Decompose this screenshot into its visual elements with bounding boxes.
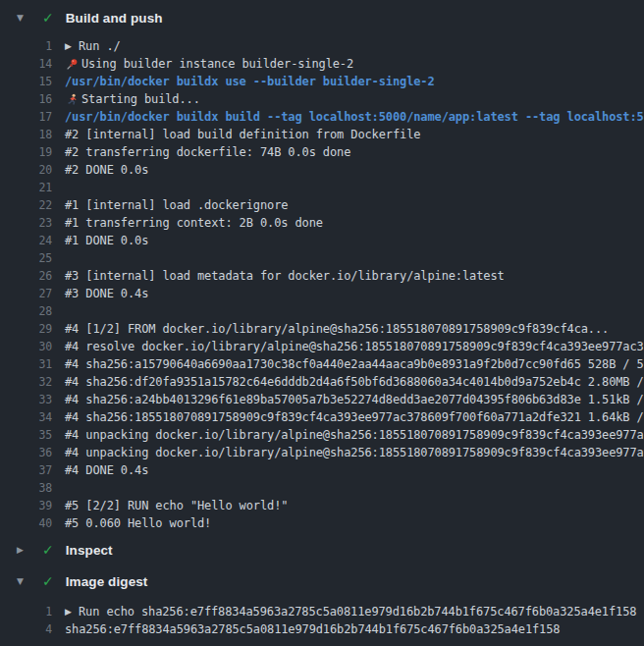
line-number[interactable]: 38 — [0, 481, 52, 495]
log-line: 33#4 sha256:a24bb4013296f61e89ba57005a7b… — [0, 391, 644, 408]
log-line: 22#1 [internal] load .dockerignore — [0, 196, 644, 214]
log-line: 27#3 DONE 0.4s — [0, 285, 644, 302]
log-line: 24#1 DONE 0.0s — [0, 232, 644, 249]
line-number[interactable]: 30 — [0, 340, 52, 353]
log-line: 21 — [0, 179, 644, 196]
chevron-down-icon[interactable]: ▼ — [17, 577, 28, 586]
line-number[interactable]: 33 — [0, 393, 52, 406]
log-text: /usr/bin/docker buildx build --tag local… — [65, 110, 644, 124]
line-number[interactable]: 40 — [0, 516, 52, 530]
log-line: 18#2 [internal] load build definition fr… — [0, 126, 644, 143]
line-number[interactable]: 1 — [0, 39, 52, 53]
line-number[interactable]: 21 — [0, 181, 52, 194]
log-line: 34#4 sha256:185518070891758909c9f839cf4c… — [0, 408, 644, 426]
step-title[interactable]: Inspect — [66, 543, 113, 558]
line-number[interactable]: 1 — [0, 605, 52, 619]
line-number[interactable]: 17 — [0, 110, 52, 124]
step-section-image-digest: ▼ ✓ Image digest 1▶Run echo sha256:e7ff8… — [0, 565, 644, 640]
runner-icon — [65, 92, 79, 106]
line-number[interactable]: 19 — [0, 145, 52, 159]
log-line: 14Using builder instance builder-single-… — [0, 55, 644, 73]
log-text: #1 DONE 0.0s — [65, 234, 148, 247]
line-number[interactable]: 34 — [0, 410, 52, 424]
log-text: #2 transferring dockerfile: 74B 0.0s don… — [65, 145, 350, 159]
log-text: #4 sha256:a24bb4013296f61e89ba57005a7b3e… — [65, 393, 644, 406]
log-text: Run ./ — [79, 39, 121, 53]
log-line: 17/usr/bin/docker buildx build --tag loc… — [0, 108, 644, 126]
log-lines-image-digest: 1▶Run echo sha256:e7ff8834a5963a2785c5a0… — [0, 597, 644, 640]
chevron-down-icon[interactable]: ▼ — [17, 14, 28, 23]
success-check-icon: ✓ — [42, 11, 54, 25]
log-text: Run echo sha256:e7ff8834a5963a2785c5a081… — [79, 605, 636, 619]
success-check-icon: ✓ — [42, 543, 54, 557]
log-text: #5 [2/2] RUN echo "Hello world!" — [65, 499, 288, 512]
workflow-log: ▼ ✓ Build and push 1▶Run ./14Using build… — [0, 0, 644, 646]
line-number[interactable]: 29 — [0, 322, 52, 336]
log-line: 19#2 transferring dockerfile: 74B 0.0s d… — [0, 143, 644, 161]
log-text: #4 unpacking docker.io/library/alpine@sh… — [65, 428, 644, 442]
line-number[interactable]: 22 — [0, 198, 52, 212]
log-text: #1 [internal] load .dockerignore — [65, 198, 288, 212]
step-title[interactable]: Image digest — [66, 574, 148, 589]
chevron-right-icon[interactable]: ▶ — [17, 546, 28, 555]
line-number[interactable]: 31 — [0, 357, 52, 371]
log-line: 40#5 0.060 Hello world! — [0, 514, 644, 532]
log-line: 28 — [0, 302, 644, 320]
log-line: 37#4 DONE 0.4s — [0, 461, 644, 479]
log-line: 31#4 sha256:a15790640a6690aa1730c38cf0a4… — [0, 355, 644, 373]
log-text: sha256:e7ff8834a5963a2785c5a0811e979d16b… — [65, 622, 560, 636]
line-number[interactable]: 23 — [0, 216, 52, 230]
log-text: #1 transferring context: 2B 0.0s done — [65, 216, 323, 230]
success-check-icon: ✓ — [42, 574, 54, 588]
log-lines-build-and-push: 1▶Run ./14Using builder instance builder… — [0, 35, 644, 534]
log-line: 20#2 DONE 0.0s — [0, 161, 644, 179]
step-header-image-digest[interactable]: ▼ ✓ Image digest — [0, 565, 644, 597]
log-line: 29#4 [1/2] FROM docker.io/library/alpine… — [0, 320, 644, 338]
log-line: 4sha256:e7ff8834a5963a2785c5a0811e979d16… — [0, 620, 644, 638]
log-line: 1▶Run echo sha256:e7ff8834a5963a2785c5a0… — [0, 603, 644, 620]
log-text: #2 DONE 0.0s — [65, 163, 148, 177]
line-number[interactable]: 36 — [0, 446, 52, 459]
line-number[interactable]: 14 — [0, 57, 52, 71]
log-text: #3 DONE 0.4s — [65, 287, 148, 300]
log-line: 15/usr/bin/docker buildx use --builder b… — [0, 73, 644, 90]
log-text: #4 sha256:a15790640a6690aa1730c38cf0a440… — [65, 357, 644, 371]
line-number[interactable]: 37 — [0, 463, 52, 477]
line-number[interactable]: 28 — [0, 304, 52, 318]
log-line: 1▶Run ./ — [0, 37, 644, 55]
log-text: /usr/bin/docker buildx use --builder bui… — [65, 75, 435, 88]
step-header-build-and-push[interactable]: ▼ ✓ Build and push — [0, 0, 644, 35]
log-text: #3 [internal] load metadata for docker.i… — [65, 269, 505, 283]
pushpin-icon — [65, 57, 79, 71]
line-number[interactable]: 18 — [0, 128, 52, 141]
step-header-inspect[interactable]: ▶ ✓ Inspect — [0, 534, 644, 565]
run-expand-icon[interactable]: ▶ — [65, 42, 76, 51]
line-number[interactable]: 32 — [0, 375, 52, 389]
line-number[interactable]: 16 — [0, 92, 52, 106]
run-expand-icon[interactable]: ▶ — [65, 608, 76, 617]
line-number[interactable]: 25 — [0, 251, 52, 265]
log-text: Using builder instance builder-single-2 — [81, 57, 353, 71]
log-line: 23#1 transferring context: 2B 0.0s done — [0, 214, 644, 232]
line-number[interactable]: 27 — [0, 287, 52, 300]
line-number[interactable]: 15 — [0, 75, 52, 88]
step-section-inspect: ▶ ✓ Inspect — [0, 534, 644, 565]
log-text: #4 [1/2] FROM docker.io/library/alpine@s… — [65, 322, 609, 336]
line-number[interactable]: 35 — [0, 428, 52, 442]
log-text: #4 unpacking docker.io/library/alpine@sh… — [65, 446, 644, 459]
log-line: 32#4 sha256:df20fa9351a15782c64e6dddb2d4… — [0, 373, 644, 391]
log-text: #5 0.060 Hello world! — [65, 516, 211, 530]
log-line: 25 — [0, 249, 644, 267]
step-section-build-and-push: ▼ ✓ Build and push 1▶Run ./14Using build… — [0, 0, 644, 534]
line-number[interactable]: 24 — [0, 234, 52, 247]
line-number[interactable]: 4 — [0, 622, 52, 636]
log-line: 39#5 [2/2] RUN echo "Hello world!" — [0, 497, 644, 514]
step-title[interactable]: Build and push — [66, 11, 163, 26]
log-line: 35#4 unpacking docker.io/library/alpine@… — [0, 426, 644, 444]
log-text: #4 DONE 0.4s — [65, 463, 148, 477]
line-number[interactable]: 20 — [0, 163, 52, 177]
line-number[interactable]: 39 — [0, 499, 52, 512]
log-line: 30#4 resolve docker.io/library/alpine@sh… — [0, 338, 644, 355]
line-number[interactable]: 26 — [0, 269, 52, 283]
log-text: Starting build... — [81, 92, 200, 106]
